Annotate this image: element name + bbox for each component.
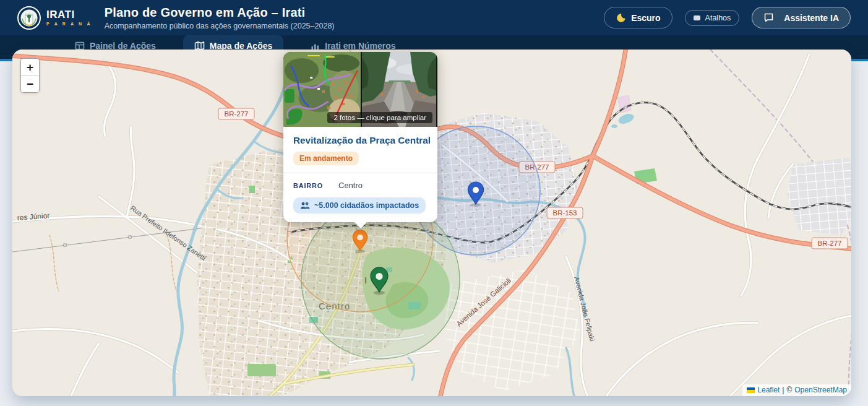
shield-br277-se: BR-277 xyxy=(812,238,848,249)
page-subtitle: Acompanhamento público das ações governa… xyxy=(105,22,335,30)
map-container: res Júnior Rua Prefeito Ildefonso Zanett… xyxy=(12,50,851,396)
shield-br153: BR-153 xyxy=(547,207,583,218)
shield-br277-nw: BR-277 xyxy=(218,108,254,119)
svg-text:BR-153: BR-153 xyxy=(553,209,577,217)
svg-text:BR-277: BR-277 xyxy=(225,110,249,118)
moon-icon xyxy=(616,12,626,23)
logo-text: IRATI P A R A N Á xyxy=(46,9,92,26)
bairro-field: BAIRRO Centro xyxy=(293,181,428,190)
app-header: IRATI P A R A N Á Plano de Governo em Aç… xyxy=(0,0,868,35)
ai-assistant-button[interactable]: Assistente IA xyxy=(752,7,851,28)
logo-name: IRATI xyxy=(46,9,92,20)
impact-badge: ~5.000 cidadãos impactados xyxy=(293,197,426,214)
attribution-divider: | xyxy=(782,386,784,394)
irati-crest-icon xyxy=(17,6,41,30)
theme-toggle-label: Escuro xyxy=(631,13,660,23)
municipality-logo: IRATI P A R A N Á xyxy=(17,6,92,30)
map-attribution: Leaflet | © OpenStreetMap xyxy=(742,384,851,396)
zoom-out-button[interactable]: − xyxy=(21,76,39,92)
people-icon xyxy=(300,202,310,209)
logo-region: P A R A N Á xyxy=(46,22,92,26)
shortcuts-label: Atalhos xyxy=(705,14,731,22)
theme-toggle-button[interactable]: Escuro xyxy=(604,7,672,28)
action-title: Revitalização da Praça Central xyxy=(293,135,428,146)
ai-assistant-label-text: Assistente IA xyxy=(784,13,839,23)
header-titles: Plano de Governo em Ação – Irati Acompan… xyxy=(105,6,335,30)
impact-text: ~5.000 cidadãos impactados xyxy=(314,201,419,210)
shortcuts-button[interactable]: Atalhos xyxy=(685,10,740,26)
page-title: Plano de Governo em Ação – Irati xyxy=(105,6,335,20)
copyright-symbol: © xyxy=(786,386,792,394)
action-popup: 2 fotos — clique para ampliar Revitaliza… xyxy=(283,52,437,222)
chat-bubble-icon xyxy=(763,12,774,23)
popup-divider xyxy=(283,173,437,173)
keyboard-icon xyxy=(694,15,700,20)
photo-count-overlay: 2 fotos — clique para ampliar xyxy=(327,112,432,123)
header-actions: Escuro Atalhos Assistente IA xyxy=(604,7,851,28)
svg-text:BR-277: BR-277 xyxy=(818,240,842,247)
zoom-in-button[interactable]: + xyxy=(21,59,39,76)
leaflet-link[interactable]: Leaflet xyxy=(757,386,780,394)
popup-photo-gallery[interactable]: 2 fotos — clique para ampliar xyxy=(283,52,437,127)
bairro-value: Centro xyxy=(338,181,363,190)
ukraine-flag-icon xyxy=(747,387,755,393)
map-zoom-control: + − xyxy=(20,58,40,93)
status-badge: Em andamento xyxy=(293,152,359,165)
bairro-label: BAIRRO xyxy=(293,182,338,189)
popup-body: Revitalização da Praça Central Em andame… xyxy=(283,127,437,222)
openstreetmap-link[interactable]: OpenStreetMap xyxy=(794,386,847,394)
